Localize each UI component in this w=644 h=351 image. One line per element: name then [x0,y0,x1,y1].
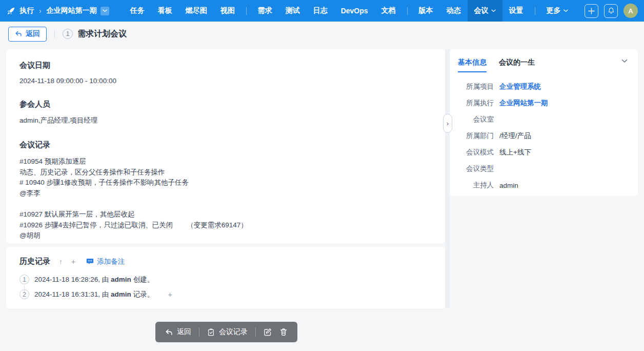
minutes-line: # 10940 步骤1修改预期，子任务操作不影响其他子任务 [19,178,432,188]
meeting-date-value: 2024-11-18 09:00:00 - 10:00:00 [19,77,432,85]
expand-entry-icon[interactable]: + [168,290,172,299]
expand-all-icon[interactable]: + [71,258,75,265]
back-arrow-icon [165,328,173,336]
edit-icon [264,328,272,336]
tab-meeting-lifecycle[interactable]: 会议的一生 [499,58,535,71]
history-list: 1 2024-11-18 16:28:26, 由 admin 创建。 2 202… [19,275,432,299]
sidebar-fields: 所属项目 企业管理系统 所属执行 企业网站第一期 会议室 所属部门 /经理/产品… [458,79,629,193]
nav-item-tasks[interactable]: 任务 [124,0,151,22]
meeting-minutes-button[interactable]: 会议记录 [207,327,248,337]
nav-item-test[interactable]: 测试 [279,0,307,22]
meeting-date-section: 会议日期 2024-11-18 09:00:00 - 10:00:00 [19,61,432,85]
attendees-value: admin,产品经理,项目经理 [19,116,432,125]
chevron-down-icon [564,9,568,12]
execution-link[interactable]: 企业网站第一期 [499,99,548,108]
nav-divider [246,7,247,15]
chevron-down-icon[interactable] [621,59,628,63]
nav-item-meeting[interactable]: 会议 [468,0,502,22]
nav-item-settings[interactable]: 设置 [502,0,530,22]
breadcrumb-app[interactable]: 执行 [19,6,34,15]
nav-item-story[interactable]: 需求 [251,0,279,22]
toolbar-divider [54,30,55,38]
project-name: 企业网站第一期 [47,6,97,15]
project-switcher[interactable]: 企业网站第一期 [47,6,109,15]
nav-item-devops[interactable]: DevOps [334,0,375,22]
breadcrumb-separator: › [39,7,42,15]
field-meeting-mode: 会议模式 线上+线下 [458,144,629,161]
field-meeting-room: 会议室 [458,111,629,128]
minutes-line: 动态、历史记录，区分父任务操作和子任务操作 [19,167,432,178]
splitter-track [445,49,450,308]
history-entry: 1 2024-11-18 16:28:26, 由 admin 创建。 [19,275,432,284]
history-entry-text: 2024-11-18 16:28:26, 由 admin 创建。 [34,275,154,284]
notification-button[interactable] [604,4,618,18]
nav-item-kanban[interactable]: 看板 [151,0,179,22]
tab-basic-info[interactable]: 基本信息 [458,58,487,72]
minutes-heading: 会议记录 [19,140,432,150]
navbar-actions: A [585,4,644,18]
minutes-line: #10926 步骤4去掉已暂停，只过滤已取消、已关闭 （变更需求69147） [19,220,432,231]
sidebar-tabs: 基本信息 会议的一生 [458,58,629,72]
attendees-heading: 参会人员 [19,100,432,109]
meeting-id-badge: 1 [63,29,73,39]
nav-item-more[interactable]: 更多 [540,0,575,22]
toolbar-divider [199,327,199,337]
minutes-section: 会议记录 #10954 预期添加逐层 动态、历史记录，区分父任务操作和子任务操作… [19,140,432,241]
field-project: 所属项目 企业管理系统 [458,79,629,95]
history-entry-number: 1 [19,275,29,284]
top-navbar: 执行 › 企业网站第一期 任务 看板 燃尽图 视图 需求 测试 日志 DevOp… [0,0,644,22]
bell-icon [608,7,615,14]
sidebar-panel: 基本信息 会议的一生 所属项目 企业管理系统 所属执行 企业网站第一期 会议室 … [450,49,638,196]
delete-button[interactable] [279,328,288,336]
field-execution: 所属执行 企业网站第一期 [458,95,629,111]
attendees-section: 参会人员 admin,产品经理,项目经理 [19,100,432,125]
history-header: 历史记录 ↑ + 添加备注 [19,257,432,266]
meeting-date-heading: 会议日期 [19,61,432,70]
meeting-detail-card: 会议日期 2024-11-18 09:00:00 - 10:00:00 参会人员… [6,49,445,243]
back-arrow-icon [15,30,22,37]
minutes-line: @李李 [19,188,432,199]
history-title: 历史记录 [19,257,50,266]
project-link[interactable]: 企业管理系统 [499,82,541,91]
nav-item-view[interactable]: 视图 [214,0,242,22]
history-entry-text: 2024-11-18 16:31:31, 由 admin 记录。 [34,290,154,299]
sidebar-collapse-handle[interactable]: › [443,114,452,133]
history-entry: 2 2024-11-18 16:31:31, 由 admin 记录。 + [19,289,432,299]
avatar[interactable]: A [623,4,638,18]
reverse-order-icon[interactable]: ↑ [59,258,63,265]
minutes-line: @胡胡 [19,230,432,241]
chevron-down-icon[interactable] [100,7,109,15]
clipboard-check-icon [207,328,215,336]
nav-item-log[interactable]: 日志 [307,0,334,22]
comment-icon [86,258,94,265]
floating-action-toolbar: 返回 会议记录 [155,322,297,342]
field-meeting-type: 会议类型 [458,161,629,177]
history-card: 历史记录 ↑ + 添加备注 1 2024-11-18 16:28:26, 由 a… [6,247,445,308]
plus-icon [588,8,595,14]
page-title: 需求计划会议 [77,29,127,40]
edit-button[interactable] [264,328,272,336]
nav-item-build[interactable]: 版本 [412,0,440,22]
breadcrumb: 执行 › 企业网站第一期 [0,6,109,15]
toolbar-divider [255,327,256,337]
add-note-button[interactable]: 添加备注 [86,257,125,266]
execution-icon [7,7,15,15]
nav-item-burndown[interactable]: 燃尽图 [179,0,214,22]
page-toolbar: 返回 1 需求计划会议 [0,22,644,46]
nav-item-doc[interactable]: 文档 [375,0,402,22]
nav-divider [535,7,535,15]
nav-menu: 任务 看板 燃尽图 视图 需求 测试 日志 DevOps 文档 版本 动态 会议… [124,0,575,22]
nav-divider [407,7,408,15]
minutes-line [19,199,432,209]
chevron-right-icon: › [447,120,449,127]
back-button[interactable]: 返回 [8,27,47,42]
nav-item-dynamic[interactable]: 动态 [440,0,468,22]
history-connector-line [24,285,25,291]
chevron-down-icon [491,9,496,12]
footer-back-button[interactable]: 返回 [165,327,191,337]
field-host: 主持人 admin [458,177,629,193]
trash-icon [279,328,288,336]
field-department: 所属部门 /经理/产品 [458,128,629,144]
minutes-line: #10954 预期添加逐层 [19,157,432,167]
create-button[interactable] [585,4,598,18]
